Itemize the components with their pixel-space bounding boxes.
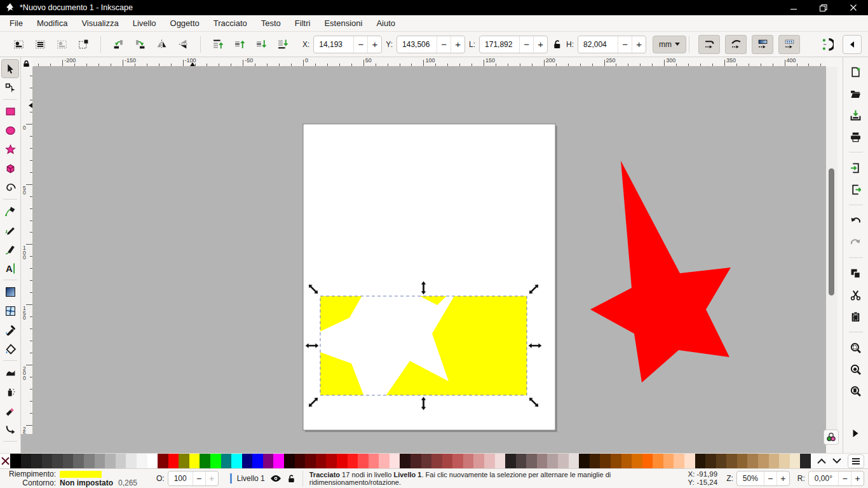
height-increment-button[interactable]: + <box>632 36 646 53</box>
vertical-scrollbar-thumb[interactable] <box>829 168 834 295</box>
palette-swatch[interactable] <box>231 454 242 468</box>
paint-bucket-tool[interactable] <box>1 339 19 358</box>
palette-swatch[interactable] <box>63 454 74 468</box>
palette-swatch[interactable] <box>726 454 737 468</box>
flip-horizontal-button[interactable] <box>153 36 170 53</box>
rotate-cw-button[interactable] <box>132 36 148 53</box>
fill-color-swatch[interactable] <box>60 471 102 478</box>
palette-swatch[interactable] <box>790 454 801 468</box>
palette-swatch[interactable] <box>284 454 295 468</box>
palette-scroll-up-icon[interactable] <box>817 458 826 464</box>
palette-swatch[interactable] <box>747 454 758 468</box>
vertical-ruler[interactable]: 050100150200250 <box>21 67 33 434</box>
vertical-scrollbar[interactable] <box>826 67 837 434</box>
palette-swatch[interactable] <box>189 454 200 468</box>
pencil-tool[interactable] <box>1 220 19 240</box>
mesh-gradient-tool[interactable] <box>1 301 19 320</box>
palette-swatch[interactable] <box>779 454 790 468</box>
horizontal-scrollbar[interactable] <box>33 434 826 443</box>
cut-button[interactable] <box>847 285 865 304</box>
menu-tracciato[interactable]: Tracciato <box>207 17 254 30</box>
palette-swatch[interactable] <box>484 454 495 468</box>
copy-button[interactable] <box>847 264 865 283</box>
spiral-tool[interactable] <box>1 178 19 197</box>
palette-swatch[interactable] <box>73 454 84 468</box>
zoom-field[interactable]: 50% − + <box>736 471 790 486</box>
palette-swatch[interactable] <box>705 454 716 468</box>
palette-swatch[interactable] <box>126 454 137 468</box>
ellipse-tool[interactable] <box>1 121 19 140</box>
palette-swatch[interactable] <box>653 454 663 468</box>
menu-modifica[interactable]: Modifica <box>30 17 74 30</box>
palette-swatch[interactable] <box>295 454 306 468</box>
palette-swatch[interactable] <box>84 454 95 468</box>
width-increment-button[interactable]: + <box>533 36 547 53</box>
palette-swatch[interactable] <box>558 454 569 468</box>
lower-to-bottom-button[interactable] <box>275 36 291 53</box>
menu-testo[interactable]: Testo <box>254 17 288 30</box>
opacity-value[interactable]: 100 <box>168 474 193 483</box>
width-decrement-button[interactable]: − <box>519 36 533 53</box>
layer-visibility-icon[interactable] <box>270 474 281 483</box>
palette-swatch[interactable] <box>695 454 706 468</box>
rotate-ccw-button[interactable] <box>110 36 126 53</box>
spray-tool[interactable] <box>1 382 19 401</box>
palette-swatch[interactable] <box>537 454 548 468</box>
palette-swatch[interactable] <box>684 454 695 468</box>
collapse-toolbar-button[interactable] <box>843 35 862 54</box>
export-button[interactable] <box>847 180 865 199</box>
palette-swatch[interactable] <box>421 454 432 468</box>
rotation-value[interactable]: 0,00° <box>809 474 838 483</box>
lower-button[interactable] <box>253 36 269 53</box>
raise-button[interactable] <box>231 36 248 53</box>
palette-swatch[interactable] <box>168 454 179 468</box>
palette-swatch[interactable] <box>337 454 348 468</box>
redo-button[interactable] <box>847 233 865 252</box>
y-field[interactable]: 143,506 − + <box>397 36 465 53</box>
select-all-layers-button[interactable] <box>32 36 48 53</box>
horizontal-ruler[interactable]: -200-150-100-50050100150200250300350400 <box>33 57 826 67</box>
palette-swatch[interactable] <box>769 454 780 468</box>
palette-swatch[interactable] <box>137 454 147 468</box>
connector-tool[interactable] <box>1 420 19 439</box>
stroke-value[interactable]: Non impostato <box>60 478 113 487</box>
palette-swatch[interactable] <box>358 454 369 468</box>
flip-vertical-button[interactable] <box>175 36 191 53</box>
tweak-tool[interactable] <box>1 363 19 382</box>
palette-swatch[interactable] <box>800 454 811 468</box>
palette-swatch[interactable] <box>431 454 442 468</box>
restore-button[interactable] <box>808 0 838 15</box>
no-color-swatch[interactable] <box>0 454 10 468</box>
undo-button[interactable] <box>847 211 865 230</box>
rectangle-tool[interactable] <box>1 102 19 121</box>
menu-visualizza[interactable]: Visualizza <box>74 17 125 30</box>
palette-swatch[interactable] <box>42 454 53 468</box>
menu-livello[interactable]: Livello <box>126 17 163 30</box>
height-decrement-button[interactable]: − <box>618 36 632 53</box>
opacity-decrement-button[interactable]: − <box>193 471 205 485</box>
layer-name[interactable]: Livello 1 <box>237 474 265 483</box>
pen-tool[interactable] <box>1 201 19 220</box>
palette-swatch[interactable] <box>21 454 32 468</box>
select-all-button[interactable] <box>10 36 27 53</box>
gradient-tool[interactable] <box>1 282 19 301</box>
palette-swatch[interactable] <box>105 454 116 468</box>
palette-swatch[interactable] <box>663 454 674 468</box>
palette-swatch[interactable] <box>526 454 537 468</box>
palette-swatch[interactable] <box>31 454 42 468</box>
palette-swatch[interactable] <box>95 454 105 468</box>
selection-box-button[interactable] <box>75 36 92 53</box>
palette-swatch[interactable] <box>10 454 21 468</box>
open-button[interactable] <box>847 84 865 103</box>
eraser-tool[interactable] <box>1 401 19 420</box>
palette-swatch[interactable] <box>147 454 158 468</box>
palette-swatch[interactable] <box>305 454 316 468</box>
deselect-button[interactable] <box>53 36 70 53</box>
rotation-field[interactable]: 0,00° − + <box>808 471 864 486</box>
opacity-field[interactable]: 100 − + <box>168 471 219 486</box>
y-value[interactable]: 143,506 <box>397 40 437 49</box>
palette-swatch[interactable] <box>316 454 327 468</box>
menu-oggetto[interactable]: Oggetto <box>163 17 207 30</box>
palette-swatch[interactable] <box>210 454 221 468</box>
height-value[interactable]: 82,004 <box>578 40 618 49</box>
